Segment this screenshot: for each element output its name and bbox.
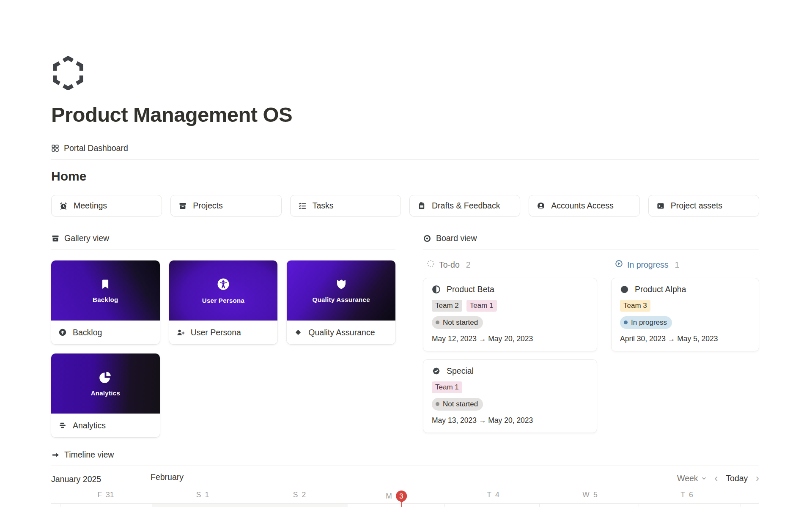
board-card-product-beta[interactable]: Product Beta Team 2 Team 1 Not started: [423, 278, 597, 351]
gallery-card-backlog[interactable]: Backlog Backlog: [51, 260, 160, 344]
board-column-name: To-do: [439, 260, 460, 270]
today-button[interactable]: Today: [726, 474, 748, 483]
breadcrumb[interactable]: Portal Dashboard: [51, 143, 128, 153]
timeline-month-row: January 2025 February Week ‹ Today ›: [51, 473, 759, 485]
day-header-today: M33: [386, 491, 407, 502]
user-plus-icon: [176, 328, 185, 337]
board-card-title-row: Product Beta: [432, 285, 588, 294]
nav-button-meetings[interactable]: Meetings: [51, 195, 162, 217]
day-header: T66: [680, 491, 693, 499]
nav-button-label: Project assets: [671, 201, 722, 211]
chevron-down-icon: [701, 476, 707, 481]
grid-line: [741, 504, 741, 507]
nav-button-project-assets[interactable]: Project assets: [648, 195, 759, 217]
gallery-card-quality-assurance[interactable]: Quality Assurance Quality Assurance: [287, 260, 395, 344]
gallery-card-user-persona[interactable]: User Persona User Persona: [169, 260, 278, 344]
day-of-week: F: [97, 491, 102, 499]
board-card-title-row: Special: [432, 366, 588, 376]
timeline-controls: Week ‹ Today ›: [677, 474, 759, 483]
nav-button-tasks[interactable]: Tasks: [290, 195, 401, 217]
day-of-week: S: [196, 491, 201, 499]
tag: Team 1: [466, 300, 497, 312]
bars-icon: [58, 421, 67, 430]
board-column-count: 2: [466, 260, 471, 270]
filled-circle-icon: [620, 285, 629, 294]
nav-button-drafts-feedback[interactable]: Drafts & Feedback: [409, 195, 520, 217]
board-column-todo-header[interactable]: To-do 2: [423, 260, 597, 270]
nav-button-label: Meetings: [74, 201, 107, 211]
home-heading: Home: [51, 169, 759, 184]
nav-button-accounts-access[interactable]: Accounts Access: [529, 195, 639, 217]
board-column-todo: To-do 2 Product Beta Team 2: [423, 260, 597, 433]
verified-badge-icon: [432, 367, 441, 375]
cover-title: Analytics: [91, 389, 120, 397]
board-view-header[interactable]: Board view: [423, 233, 759, 249]
day-header: S22: [293, 491, 306, 499]
board-column-in-progress-header[interactable]: In progress 1: [611, 260, 759, 270]
day-number: 31: [106, 491, 114, 499]
status-dot: [436, 321, 439, 324]
play-circle-icon: [615, 260, 623, 270]
board-columns: To-do 2 Product Beta Team 2: [423, 260, 759, 433]
arrow-right-icon: [51, 451, 60, 459]
archive-box-icon: [51, 234, 60, 243]
status-row: Not started: [432, 316, 588, 329]
cover-title: Quality Assurance: [313, 296, 370, 303]
prev-button[interactable]: ‹: [715, 474, 718, 483]
next-button[interactable]: ›: [756, 474, 759, 483]
nav-button-row: Meetings Projects Tasks Drafts & Feedbac…: [51, 195, 759, 217]
day-header: W55: [582, 491, 597, 499]
board-section: Board view To-do 2: [423, 233, 759, 433]
day-header: S11: [196, 491, 209, 499]
range-label: Week: [677, 474, 698, 483]
bookmark-icon: [99, 278, 112, 290]
day-number: 5: [593, 491, 598, 499]
board-card-product-alpha[interactable]: Product Alpha Team 3 In progress: [611, 278, 759, 351]
tag: Team 3: [620, 300, 650, 312]
gallery-view-header[interactable]: Gallery view: [51, 233, 395, 249]
gallery-cover-quality-assurance: Quality Assurance: [287, 260, 395, 321]
timeline-view-label: Timeline view: [64, 450, 114, 460]
day-number: 1: [205, 491, 209, 499]
grid-line: [60, 504, 60, 507]
gallery-section: Gallery view Backlog Backlog: [51, 233, 395, 437]
grid-icon: [51, 144, 59, 152]
day-number: 6: [689, 491, 693, 499]
day-of-week: S: [293, 491, 298, 499]
day-of-week: M: [386, 492, 392, 501]
day-of-week: T: [487, 491, 491, 499]
board-card-title: Product Alpha: [635, 285, 686, 294]
grid-line: [639, 504, 639, 507]
checklist-icon: [298, 202, 307, 210]
gallery-card-label: Backlog: [73, 328, 102, 337]
gallery-card-label: User Persona: [191, 328, 241, 337]
pie-chart-icon: [99, 370, 112, 384]
gallery-cover-user-persona: User Persona: [169, 260, 278, 321]
range-select[interactable]: Week: [677, 474, 707, 483]
timeline-day-header-row: F3131 S11 S22 M33 T44 W55: [51, 488, 759, 503]
board-view-label: Board view: [436, 233, 477, 243]
board-card-special[interactable]: Special Team 1 Not started: [423, 359, 597, 433]
nav-button-label: Accounts Access: [551, 201, 613, 211]
content: Product Management OS Portal Dashboard H…: [0, 0, 812, 507]
timeline-month-next: February: [151, 472, 184, 482]
gallery-card-analytics[interactable]: Analytics Analytics: [51, 354, 160, 437]
board-card-title: Special: [447, 366, 474, 376]
target-icon: [423, 234, 431, 243]
timeline-section: Timeline view January 2025 February Week…: [51, 450, 759, 507]
gallery-card-label: Analytics: [73, 421, 106, 430]
nav-button-projects[interactable]: Projects: [170, 195, 281, 217]
nav-button-label: Projects: [193, 201, 222, 211]
nav-button-label: Drafts & Feedback: [432, 201, 500, 211]
tag: Team 2: [432, 300, 462, 312]
gallery-card-label: Quality Assurance: [308, 328, 375, 337]
arrow-up-circle-icon: [58, 328, 67, 337]
main-columns: Gallery view Backlog Backlog: [51, 233, 759, 437]
timeline-view-header[interactable]: Timeline view: [51, 450, 759, 466]
breadcrumb-label: Portal Dashboard: [64, 143, 128, 153]
timeline-grid-strip: [51, 503, 759, 507]
board-column-name: In progress: [627, 260, 669, 270]
nav-button-label: Tasks: [313, 201, 334, 211]
board-card-title: Product Beta: [447, 285, 494, 294]
status-row: In progress: [620, 316, 750, 329]
